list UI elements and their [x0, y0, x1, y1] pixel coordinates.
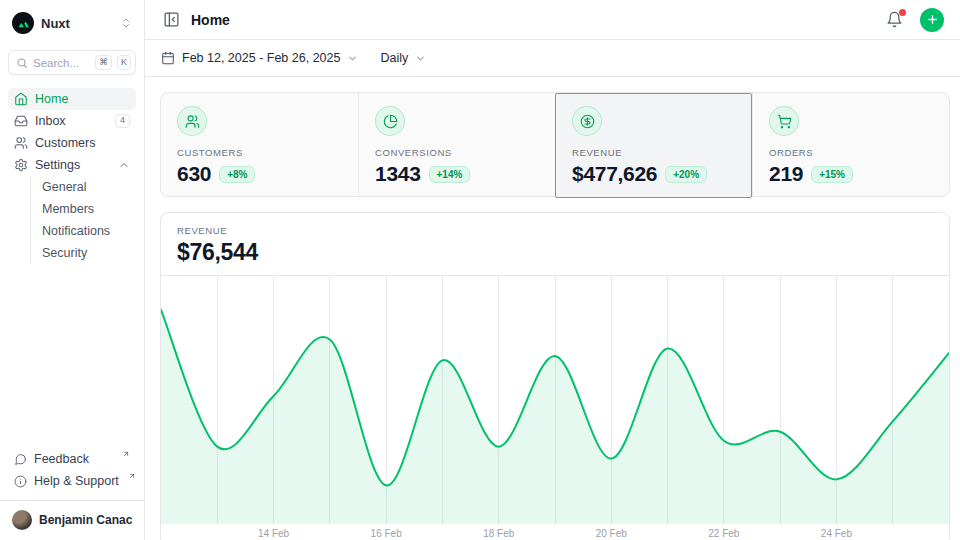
search-icon [16, 57, 28, 69]
sidebar-item-help-support[interactable]: Help & Support [8, 470, 136, 492]
calendar-icon [161, 51, 175, 65]
chart-x-axis: 14 Feb16 Feb18 Feb20 Feb22 Feb24 Feb [161, 524, 949, 540]
stat-value: $477,626 [572, 162, 657, 186]
search-input-wrapper: ⌘ K [8, 50, 136, 75]
sidebar-subitem-label: General [42, 180, 130, 194]
sidebar-subitem-label: Members [42, 202, 130, 216]
home-icon [14, 92, 28, 106]
x-tick-label: 22 Feb [708, 528, 739, 539]
stat-label: ORDERS [769, 147, 933, 158]
sidebar-item-label: Inbox [35, 114, 108, 128]
stat-value: 630 [177, 162, 211, 186]
sidebar-item-settings[interactable]: Settings [8, 154, 136, 176]
granularity-select[interactable]: Daily [380, 51, 426, 65]
info-circle-icon [14, 475, 27, 488]
date-range-label: Feb 12, 2025 - Feb 26, 2025 [182, 51, 340, 65]
notifications-button[interactable] [884, 9, 905, 30]
plus-icon [926, 13, 939, 26]
sidebar-item-home[interactable]: Home [8, 88, 136, 110]
sidebar-item-label: Home [35, 92, 130, 106]
stat-delta-badge: +15% [811, 166, 853, 183]
gear-icon [14, 158, 28, 172]
x-tick-label: 14 Feb [258, 528, 289, 539]
workspace-switcher[interactable]: Nuxt [8, 10, 136, 36]
stat-label: REVENUE [572, 147, 736, 158]
stat-value: 1343 [375, 162, 421, 186]
chart-metric-label: REVENUE [177, 225, 933, 236]
dollar-circle-icon [572, 106, 602, 136]
sidebar-item-notifications[interactable]: Notifications [36, 220, 136, 242]
shopping-cart-icon [769, 106, 799, 136]
sidebar-item-label: Settings [35, 158, 111, 172]
inbox-count-badge: 4 [115, 114, 130, 128]
date-range-picker[interactable]: Feb 12, 2025 - Feb 26, 2025 [161, 51, 358, 65]
top-bar: Home [145, 0, 960, 40]
sidebar-footer: Feedback Help & Support Benjamin Canac [8, 448, 136, 530]
stat-card-revenue[interactable]: REVENUE $477,626 +20% [555, 93, 752, 198]
sidebar-subitem-label: Notifications [42, 224, 130, 238]
chart-header: REVENUE $76,544 [161, 213, 949, 276]
users-icon [14, 136, 28, 150]
kbd-meta: ⌘ [95, 55, 112, 70]
sidebar-nav: Home Inbox 4 Customers Settings General … [8, 88, 136, 264]
users-circle-icon [177, 106, 207, 136]
sidebar-subitem-label: Security [42, 246, 130, 260]
main-area: Home Feb 12, 2025 - Feb 26, 2025 Daily [145, 0, 960, 540]
page-content: CUSTOMERS 630 +8% CONVERSIONS 1343 +14% [145, 77, 960, 540]
sidebar-item-inbox[interactable]: Inbox 4 [8, 110, 136, 132]
chevron-down-icon [415, 53, 426, 64]
revenue-chart-card: REVENUE $76,544 14 Feb16 Feb18 Feb20 Feb… [160, 212, 950, 540]
chart-pie-icon [375, 106, 405, 136]
sidebar-item-members[interactable]: Members [36, 198, 136, 220]
chart-plot-area[interactable] [161, 276, 949, 524]
external-link-icon [122, 450, 130, 458]
workspace-name: Nuxt [41, 16, 113, 31]
x-tick-label: 16 Feb [371, 528, 402, 539]
x-tick-label: 18 Feb [483, 528, 514, 539]
nuxt-logo-icon [12, 12, 34, 34]
chevron-up-icon [118, 159, 130, 171]
notification-dot [899, 9, 906, 16]
panel-left-close-icon [163, 11, 180, 28]
filter-toolbar: Feb 12, 2025 - Feb 26, 2025 Daily [145, 40, 960, 77]
stat-label: CUSTOMERS [177, 147, 342, 158]
stats-strip: CUSTOMERS 630 +8% CONVERSIONS 1343 +14% [160, 92, 950, 197]
external-link-icon [128, 472, 136, 480]
user-avatar [12, 510, 32, 530]
stat-card-customers[interactable]: CUSTOMERS 630 +8% [161, 93, 358, 198]
user-menu[interactable]: Benjamin Canac [8, 501, 136, 530]
stat-delta-badge: +8% [219, 166, 255, 183]
sidebar-item-label: Help & Support [34, 474, 119, 488]
settings-submenu: General Members Notifications Security [30, 176, 136, 264]
stat-card-orders[interactable]: ORDERS 219 +15% [752, 93, 949, 198]
stat-delta-badge: +14% [429, 166, 471, 183]
x-tick-label: 24 Feb [821, 528, 852, 539]
stat-delta-badge: +20% [665, 166, 707, 183]
page-title: Home [191, 12, 875, 28]
sidebar-item-label: Customers [35, 136, 130, 150]
sidebar-item-feedback[interactable]: Feedback [8, 448, 136, 470]
inbox-icon [14, 114, 28, 128]
sidebar: Nuxt ⌘ K Home Inbox 4 Customers [0, 0, 145, 540]
sidebar-item-security[interactable]: Security [36, 242, 136, 264]
sidebar-item-customers[interactable]: Customers [8, 132, 136, 154]
user-name: Benjamin Canac [39, 513, 132, 527]
sidebar-item-label: Feedback [34, 452, 113, 466]
stat-card-conversions[interactable]: CONVERSIONS 1343 +14% [358, 93, 555, 198]
stat-label: CONVERSIONS [375, 147, 539, 158]
app-window: Nuxt ⌘ K Home Inbox 4 Customers [0, 0, 960, 540]
chevrons-up-down-icon [120, 17, 132, 29]
kbd-k: K [117, 55, 131, 70]
collapse-sidebar-button[interactable] [161, 9, 182, 30]
sidebar-item-general[interactable]: General [36, 176, 136, 198]
x-tick-label: 20 Feb [596, 528, 627, 539]
search-input[interactable] [33, 57, 90, 69]
chart-metric-value: $76,544 [177, 239, 933, 266]
revenue-area-chart [161, 276, 949, 524]
chevron-down-icon [347, 53, 358, 64]
chat-bubble-icon [14, 453, 27, 466]
stat-value: 219 [769, 162, 803, 186]
granularity-label: Daily [380, 51, 408, 65]
add-button[interactable] [920, 8, 944, 32]
